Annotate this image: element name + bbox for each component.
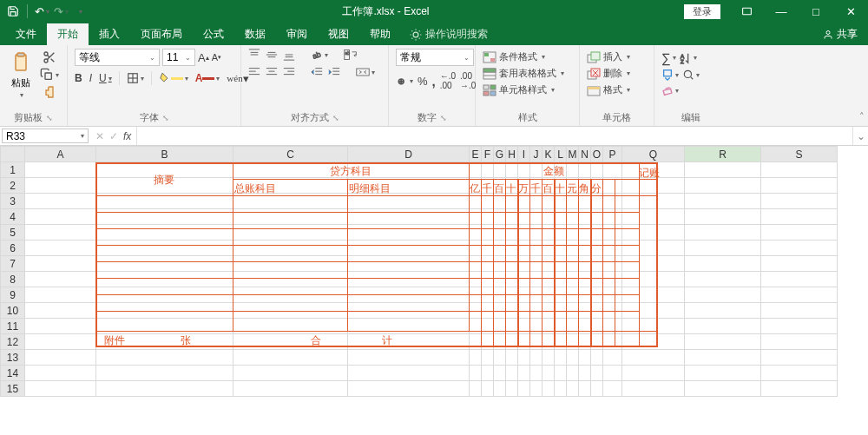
col-header[interactable]: L xyxy=(555,147,567,162)
row-header[interactable]: 10 xyxy=(1,303,25,319)
cell[interactable] xyxy=(542,350,555,366)
cell[interactable] xyxy=(494,334,506,350)
cell[interactable] xyxy=(96,178,233,194)
cell[interactable] xyxy=(567,272,579,287)
clear-button[interactable]: ▾ xyxy=(661,84,679,96)
cell[interactable] xyxy=(530,381,542,397)
cell[interactable] xyxy=(25,287,96,303)
cell[interactable] xyxy=(542,287,555,303)
cell[interactable] xyxy=(685,287,761,303)
cell[interactable] xyxy=(603,287,622,303)
col-header[interactable]: G xyxy=(494,147,506,162)
increase-decimal-button[interactable]: ←.0.00 xyxy=(440,71,456,90)
cell[interactable] xyxy=(494,287,506,303)
cell[interactable] xyxy=(685,225,761,241)
cell[interactable] xyxy=(233,272,348,287)
cell[interactable] xyxy=(25,350,96,366)
cell[interactable] xyxy=(482,319,494,334)
cell[interactable] xyxy=(603,319,622,334)
col-header[interactable]: J xyxy=(530,147,542,162)
cell[interactable] xyxy=(470,241,482,256)
font-name-combo[interactable]: 等线⌄ xyxy=(75,49,160,66)
save-icon[interactable] xyxy=(5,3,21,19)
cell[interactable] xyxy=(482,209,494,225)
cell[interactable] xyxy=(591,178,603,194)
close-button[interactable]: ✕ xyxy=(833,0,868,23)
delete-cells-button[interactable]: 删除▾ xyxy=(587,67,630,80)
row-header[interactable]: 7 xyxy=(1,256,25,272)
cell[interactable] xyxy=(685,303,761,319)
cell[interactable] xyxy=(233,162,348,178)
cell[interactable] xyxy=(555,225,567,241)
maximize-button[interactable]: □ xyxy=(799,0,833,23)
cell[interactable] xyxy=(96,209,233,225)
cell[interactable] xyxy=(348,366,470,381)
col-header[interactable]: B xyxy=(96,147,233,162)
cell[interactable] xyxy=(542,162,555,178)
cell[interactable] xyxy=(591,209,603,225)
cell[interactable] xyxy=(761,272,838,287)
find-select-button[interactable]: ▾ xyxy=(682,69,700,81)
cell[interactable] xyxy=(530,209,542,225)
cell[interactable] xyxy=(603,241,622,256)
font-color-button[interactable]: A▾ xyxy=(195,72,220,84)
row-header[interactable]: 3 xyxy=(1,194,25,209)
cell[interactable] xyxy=(603,225,622,241)
cell[interactable] xyxy=(494,272,506,287)
cell[interactable] xyxy=(555,209,567,225)
cell[interactable] xyxy=(518,334,530,350)
row-header[interactable]: 4 xyxy=(1,209,25,225)
cell[interactable] xyxy=(348,241,470,256)
align-middle-button[interactable] xyxy=(266,49,278,61)
qat-customize-icon[interactable]: ▾ xyxy=(72,3,88,19)
cell[interactable] xyxy=(506,225,518,241)
cell[interactable] xyxy=(470,381,482,397)
cell[interactable] xyxy=(685,366,761,381)
cell[interactable] xyxy=(591,287,603,303)
cell[interactable] xyxy=(603,350,622,366)
cell[interactable] xyxy=(685,194,761,209)
share-button[interactable]: 共享 xyxy=(812,23,868,45)
cell[interactable] xyxy=(348,303,470,319)
cell[interactable] xyxy=(518,272,530,287)
cell[interactable] xyxy=(470,319,482,334)
cell[interactable] xyxy=(761,256,838,272)
cell[interactable] xyxy=(482,334,494,350)
cell[interactable] xyxy=(494,225,506,241)
cell[interactable] xyxy=(685,319,761,334)
fill-button[interactable]: ▾ xyxy=(661,69,679,81)
cell[interactable] xyxy=(603,272,622,287)
cell[interactable] xyxy=(518,209,530,225)
cell[interactable] xyxy=(622,209,685,225)
cell[interactable] xyxy=(542,381,555,397)
cell[interactable] xyxy=(530,319,542,334)
row-header[interactable]: 5 xyxy=(1,225,25,241)
tab-formulas[interactable]: 公式 xyxy=(193,23,234,45)
name-box[interactable]: R33 ▾ xyxy=(2,129,89,143)
cell[interactable] xyxy=(579,178,591,194)
cell[interactable] xyxy=(348,319,470,334)
cell[interactable] xyxy=(25,334,96,350)
undo-icon[interactable]: ↶▾ xyxy=(34,3,49,19)
cell[interactable] xyxy=(25,162,96,178)
cell[interactable] xyxy=(542,225,555,241)
cell[interactable] xyxy=(761,319,838,334)
cell[interactable] xyxy=(685,350,761,366)
cell[interactable] xyxy=(25,256,96,272)
cell[interactable] xyxy=(567,194,579,209)
cell[interactable] xyxy=(518,241,530,256)
cell[interactable] xyxy=(567,162,579,178)
cell[interactable] xyxy=(603,256,622,272)
cell[interactable] xyxy=(591,162,603,178)
number-dialog-launcher[interactable]: ⤡ xyxy=(440,114,447,122)
cell[interactable] xyxy=(761,241,838,256)
cell[interactable] xyxy=(555,272,567,287)
insert-cells-button[interactable]: 插入▾ xyxy=(587,50,630,63)
cell[interactable] xyxy=(25,319,96,334)
cell[interactable] xyxy=(96,381,233,397)
insert-function-icon[interactable]: fx xyxy=(123,130,131,142)
cell[interactable] xyxy=(579,272,591,287)
cell[interactable] xyxy=(761,194,838,209)
cell[interactable] xyxy=(482,162,494,178)
collapse-ribbon-icon[interactable]: ˄ xyxy=(859,111,865,122)
